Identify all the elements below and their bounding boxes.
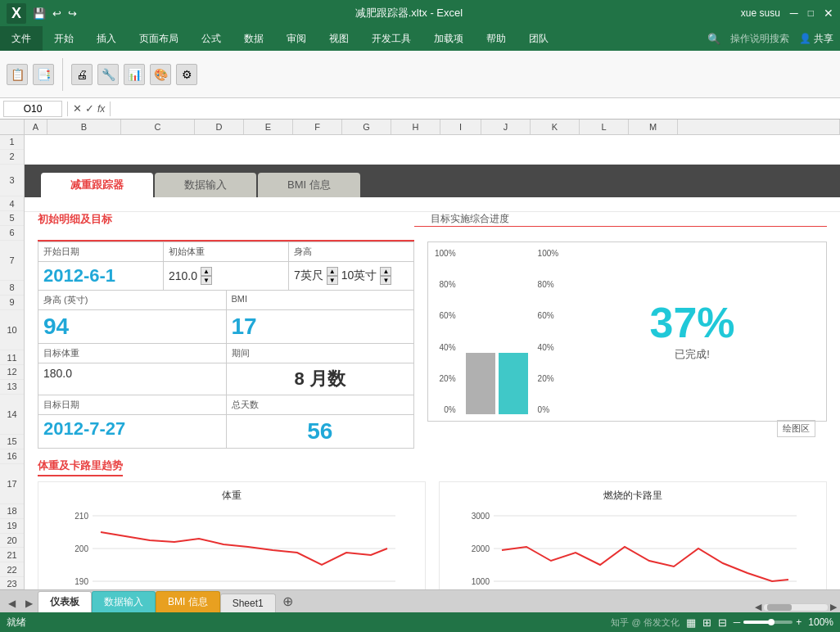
svg-text:1000: 1000 <box>472 577 490 586</box>
tab-help[interactable]: 帮助 <box>475 26 517 51</box>
col-header-f[interactable]: F <box>293 120 342 134</box>
quick-redo[interactable]: ↪ <box>68 7 77 20</box>
sheet-tab-sheet1[interactable]: Sheet1 <box>220 594 276 612</box>
search-icon: 🔍 <box>707 33 720 45</box>
scroll-tabs-right[interactable]: ▶ <box>20 594 38 612</box>
ribbon-icon-7[interactable]: ⚙ <box>176 64 197 85</box>
tab-home[interactable]: 开始 <box>43 26 85 51</box>
cancel-formula-icon[interactable]: ✕ <box>73 102 82 115</box>
row-num-18: 18 <box>0 504 24 519</box>
col-header-h[interactable]: H <box>391 120 440 134</box>
col-header-d[interactable]: D <box>195 120 244 134</box>
progress-bar-current <box>499 353 528 414</box>
tab-page-layout[interactable]: 页面布局 <box>128 26 190 51</box>
minimize-btn[interactable]: ─ <box>790 7 798 20</box>
total-days-label: 总天数 <box>232 399 409 411</box>
height-ft-value: 7英尺 <box>294 269 323 283</box>
scroll-left-icon[interactable]: ◀ <box>755 602 761 612</box>
sheet-tab-dashboard[interactable]: 仪表板 <box>38 591 92 612</box>
add-sheet-button[interactable]: ⊕ <box>276 590 300 612</box>
sheet-tab-bmi[interactable]: BMI 信息 <box>156 591 220 612</box>
dash-tab-data-input[interactable]: 数据输入 <box>155 173 256 197</box>
quick-undo[interactable]: ↩ <box>52 7 61 20</box>
row-num-19: 19 <box>0 519 24 534</box>
tab-team[interactable]: 团队 <box>517 26 560 51</box>
col-header-l[interactable]: L <box>580 120 629 134</box>
row-num-21: 21 <box>0 548 24 562</box>
row-num-1: 1 <box>0 135 24 150</box>
normal-view-icon[interactable]: ▦ <box>686 616 696 629</box>
col-header-m[interactable]: M <box>629 120 678 134</box>
zoom-level: 100% <box>808 616 833 628</box>
progress-bar-weight <box>466 353 495 414</box>
status-text: 就绪 <box>7 616 26 630</box>
row-num-20: 20 <box>0 534 24 548</box>
zoom-plus-icon[interactable]: + <box>796 616 802 628</box>
zoom-slider[interactable]: ─ + <box>734 616 802 628</box>
row-num-23: 23 <box>0 577 24 589</box>
tab-addins[interactable]: 加载项 <box>422 26 475 51</box>
page-layout-icon[interactable]: ⊞ <box>702 616 711 629</box>
close-btn[interactable]: ✕ <box>824 7 833 20</box>
svg-text:2000: 2000 <box>472 544 490 553</box>
sheet-tab-data-input[interactable]: 数据输入 <box>92 591 156 612</box>
tab-file[interactable]: 文件 <box>0 26 43 51</box>
tab-developer[interactable]: 开发工具 <box>360 26 422 51</box>
section1-title: 初始明细及目标 <box>38 212 414 227</box>
formula-bar: O10 ✕ ✓ fx <box>0 98 840 120</box>
height-ft-down[interactable]: ▼ <box>327 276 338 285</box>
page-break-icon[interactable]: ⊟ <box>718 616 727 629</box>
bmi-label: BMI <box>232 294 409 304</box>
ribbon-divider-1 <box>62 58 63 91</box>
col-header-b[interactable]: B <box>47 120 121 134</box>
ribbon-icon-1[interactable]: 📋 <box>7 64 28 85</box>
ribbon-icon-5[interactable]: 📊 <box>124 64 145 85</box>
row-num-6: 6 <box>0 226 24 241</box>
share-button[interactable]: 👤 共享 <box>799 32 833 46</box>
main-content: 1 2 3 4 5 6 7 8 9 10 11 12 13 14 15 16 1… <box>0 135 840 589</box>
tab-view[interactable]: 视图 <box>318 26 360 51</box>
insert-function-icon[interactable]: fx <box>97 103 105 115</box>
restore-btn[interactable]: □ <box>808 7 814 19</box>
height-label: 身高 <box>294 246 409 258</box>
progress-chart-right: 100% 80% 60% 40% 20% 0% <box>535 249 559 414</box>
col-header-i[interactable]: I <box>440 120 481 134</box>
horizontal-scrollbar[interactable]: ◀ ▶ <box>755 602 840 612</box>
calories-chart-title: 燃烧的卡路里 <box>446 489 820 503</box>
ribbon-icon-3[interactable]: 🖨 <box>71 64 93 85</box>
col-header-k[interactable]: K <box>531 120 580 134</box>
tab-review[interactable]: 审阅 <box>275 26 318 51</box>
height-ft-up[interactable]: ▲ <box>327 267 338 276</box>
col-header-a[interactable]: A <box>25 120 47 134</box>
col-header-j[interactable]: J <box>481 120 531 134</box>
weight-spinner-down[interactable]: ▼ <box>201 276 212 285</box>
col-header-g[interactable]: G <box>342 120 391 134</box>
scroll-right-icon[interactable]: ▶ <box>830 602 837 612</box>
svg-text:210: 210 <box>75 512 88 521</box>
progress-done-label: 已完成! <box>675 347 710 362</box>
col-header-e[interactable]: E <box>244 120 293 134</box>
dash-tab-tracker[interactable]: 减重跟踪器 <box>41 173 153 197</box>
ribbon-icon-6[interactable]: 🎨 <box>150 64 171 85</box>
formula-input[interactable] <box>115 103 837 115</box>
zoom-minus-icon[interactable]: ─ <box>734 616 741 628</box>
height-in-up[interactable]: ▲ <box>380 267 391 276</box>
tab-insert[interactable]: 插入 <box>85 26 128 51</box>
ribbon-icon-4[interactable]: 🔧 <box>97 64 119 85</box>
tab-data[interactable]: 数据 <box>233 26 275 51</box>
confirm-formula-icon[interactable]: ✓ <box>85 102 94 115</box>
row-num-15: 15 <box>0 435 24 449</box>
search-input-label[interactable]: 操作说明搜索 <box>730 32 789 46</box>
ribbon-icon-2[interactable]: 📑 <box>33 64 54 85</box>
dash-tab-bmi[interactable]: BMI 信息 <box>258 173 360 197</box>
target-weight-value: 180.0 <box>43 367 221 380</box>
height-in-down[interactable]: ▼ <box>380 276 391 285</box>
height-inches-label: 身高 (英寸) <box>43 294 221 306</box>
calories-trend-chart: 燃烧的卡路里 3000 2000 1000 <box>439 481 827 589</box>
scroll-tabs-left[interactable]: ◀ <box>3 594 20 612</box>
tab-formulas[interactable]: 公式 <box>190 26 233 51</box>
weight-spinner-up[interactable]: ▲ <box>201 267 212 276</box>
quick-save[interactable]: 💾 <box>33 7 46 20</box>
cell-reference-input[interactable]: O10 <box>3 101 62 117</box>
col-header-c[interactable]: C <box>121 120 195 134</box>
